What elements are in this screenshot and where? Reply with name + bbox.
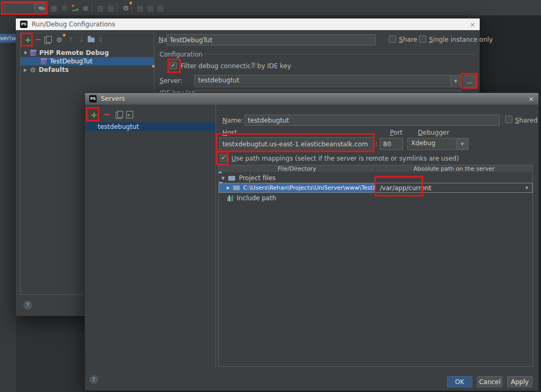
update-app-icon[interactable]: ▥ [95,2,106,14]
server-combo[interactable]: testdebugtut ▼ [194,75,461,87]
host-field[interactable] [219,137,374,151]
remove-server-icon[interactable]: − [102,109,111,120]
chevron-expanded-icon[interactable]: ▼ [24,51,27,55]
tree-group-php-remote-debug[interactable]: ▼ PHP Remote Debug [21,49,154,57]
configuration-name-field[interactable] [166,34,376,45]
tree-group-label: PHP Remote Debug [39,49,109,57]
main-toolbar: ▼ ▶ ▦ ⚙ ■ ▥ ▧ ⚙ ▤ ▤ ▤ [0,0,541,16]
tool-window-icon[interactable]: ▤ [145,2,155,14]
shared-label: Shared [515,117,537,124]
table-row-include-path[interactable]: Include path [219,193,533,203]
sort-configurations-icon[interactable]: ↕ [96,34,105,45]
use-path-mappings-checkbox[interactable]: ✓ [220,154,227,162]
dialog-title: Run/Debug Configurations [32,21,115,28]
hot-swap-icon[interactable]: ▧ [106,2,116,14]
move-up-icon[interactable]: ↑ [67,34,75,45]
chevron-collapsed-icon[interactable]: ▶ [227,185,230,190]
tree-item-label: TestDebugTut [50,58,92,65]
apply-button[interactable]: Apply [507,376,533,387]
table-cell-file: Include path [237,194,276,202]
table-row-project-files[interactable]: ▼ Project files [219,173,533,183]
ok-button[interactable]: OK [447,376,472,387]
table-row-local-path[interactable]: ▶ C:\Users\Rehan\Projects\UniServer\www\… [219,183,533,193]
share-label: Share [399,36,417,43]
tool-window-icon[interactable]: ▤ [135,2,145,14]
help-icon[interactable]: ? [249,61,257,69]
debugger-dropdown-button[interactable]: ▼ [456,138,469,150]
table-cell-path[interactable]: /var/app/current [380,184,431,192]
server-list-item[interactable]: testdebugtut [86,122,216,131]
stop-icon[interactable]: ■ [80,2,91,14]
close-icon[interactable]: × [528,95,534,103]
chevron-collapsed-icon[interactable]: ▶ [24,68,27,72]
phpstorm-logo-icon: PS [20,21,27,28]
add-server-icon[interactable]: + [89,109,99,120]
section-title: Configuration [160,51,202,58]
copy-configuration-icon[interactable] [44,37,50,44]
column-header-file-directory[interactable]: File/Directory [219,165,376,172]
server-list-item-label: testdebugtut [98,123,139,130]
defaults-gear-icon: ⚙ [29,66,36,74]
background-left-strip [0,16,16,392]
close-icon[interactable]: × [470,21,475,29]
toolbar-separator [132,3,132,13]
tool-window-icon[interactable]: ▤ [155,2,165,14]
chevron-expanded-icon[interactable]: ▼ [221,176,225,181]
host-port-colon: : [375,140,377,147]
chevron-down-icon[interactable]: ▼ [526,186,528,190]
remove-configuration-icon[interactable]: − [33,34,43,45]
phpstorm-logo-icon: PS [89,95,97,102]
table-cell-file: C:\Users\Rehan\Projects\UniServer\www\Te… [243,184,376,191]
tree-group-defaults[interactable]: ▶ ⚙ Defaults [21,66,154,74]
start-listening-debug-icon[interactable] [70,2,80,14]
add-configuration-icon[interactable]: + [23,34,33,45]
table-cell-file: Project files [239,174,275,182]
filter-debug-label: Filter debug connection by IDE key [181,62,291,70]
single-instance-checkbox[interactable] [419,35,426,43]
servers-dialog-titlebar: PS Servers × [85,93,538,105]
path-mappings-table: File/Directory Absolute path on the serv… [218,165,533,367]
shared-checkbox[interactable] [505,116,512,123]
chevron-down-icon: ▼ [450,76,461,87]
help-icon[interactable]: ? [89,375,98,384]
panel-divider[interactable] [216,105,216,368]
toolbar-separator [91,3,92,13]
php-remote-debug-icon [30,50,36,56]
toolbar-separator [117,3,117,13]
port-field[interactable] [380,138,403,150]
debugger-label: Debugger [418,129,449,136]
dialog-title: Servers [101,95,125,102]
folder-icon [233,185,240,190]
column-header-absolute-path[interactable]: Absolute path on the server [376,165,533,172]
section-divider [200,54,475,54]
run-config-value [4,3,34,13]
table-header-row: File/Directory Absolute path on the serv… [219,165,533,173]
browse-servers-button[interactable]: ... [463,75,476,87]
share-checkbox[interactable] [389,35,396,43]
host-label: Host [222,129,237,136]
filter-debug-checkbox[interactable]: ✓ [170,62,177,69]
background-editor-area [480,16,541,94]
run-icon[interactable]: ▶ [38,2,49,14]
debugger-combo[interactable]: Xdebug [407,138,456,150]
servers-dialog: PS Servers × + − ▸ testdebugtut Name: Sh… [85,92,539,391]
move-down-icon[interactable]: ↓ [77,34,86,45]
help-icon[interactable]: ? [23,301,32,310]
new-folder-icon[interactable] [88,38,95,42]
checkmark-icon: ✓ [221,154,226,161]
edit-defaults-icon[interactable]: ⚙ [54,34,64,45]
background-path-fragment: ver\www [0,34,16,43]
use-path-mappings-label: Use path mappings (select if the server … [231,155,459,162]
cancel-button[interactable]: Cancel [477,376,502,387]
php-remote-debug-icon [41,58,47,64]
include-path-icon [227,195,233,201]
server-combo-value: testdebugtut [195,76,450,87]
run-debug-dialog-titlebar: PS Run/Debug Configurations × [16,18,480,30]
copy-server-icon[interactable] [116,112,122,119]
import-server-icon[interactable]: ▸ [126,111,133,118]
profiler-icon[interactable]: ⚙ [59,2,70,14]
server-name-field[interactable] [245,115,500,126]
settings-wrench-icon[interactable]: ⚙ [120,2,131,14]
tree-item-testdebugtut[interactable]: TestDebugTut [21,57,154,66]
coverage-icon[interactable]: ▦ [49,2,59,14]
